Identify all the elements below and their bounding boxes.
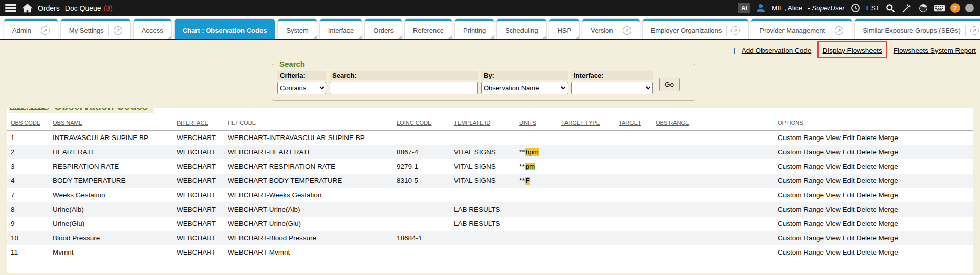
custom-range-link[interactable]: Custom Range xyxy=(778,134,824,142)
criteria-select[interactable]: Contains xyxy=(277,82,326,94)
keyboard-icon[interactable] xyxy=(934,3,945,14)
tab-hsp[interactable]: HSP xyxy=(549,19,579,39)
tab-orders[interactable]: Orders xyxy=(365,19,402,39)
edit-link[interactable]: Edit xyxy=(843,163,855,170)
hide-count-link[interactable]: Hide ( 8081 ) xyxy=(10,108,49,110)
user-icon[interactable] xyxy=(755,3,767,14)
by-select[interactable]: Observation Name xyxy=(481,82,568,94)
edit-link[interactable]: Edit xyxy=(843,191,855,199)
column-label[interactable]: OBS CODE xyxy=(11,120,40,126)
merge-link[interactable]: Merge xyxy=(878,134,898,142)
custom-range-link[interactable]: Custom Range xyxy=(778,205,824,213)
merge-link[interactable]: Merge xyxy=(878,234,898,242)
custom-range-link[interactable]: Custom Range xyxy=(778,148,824,156)
edit-link[interactable]: Edit xyxy=(843,177,855,185)
custom-range-link[interactable]: Custom Range xyxy=(778,177,824,185)
view-link[interactable]: View xyxy=(826,148,841,156)
view-link[interactable]: View xyxy=(826,191,841,199)
external-link-icon[interactable]: ↗ xyxy=(41,26,50,35)
tab-label: Orders xyxy=(373,27,394,34)
edit-link[interactable]: Edit xyxy=(843,134,855,142)
flowsheets-system-report-link[interactable]: Flowsheets System Report xyxy=(894,47,976,54)
tab-similar-exposure-groups-segs[interactable]: Similar Exposure Groups (SEGs) ↗ xyxy=(855,19,980,39)
column-label[interactable]: TEMPLATE ID xyxy=(454,120,490,126)
tab-reference[interactable]: Reference xyxy=(405,19,452,39)
column-label[interactable]: OBS RANGE xyxy=(656,120,689,126)
edit-link[interactable]: Edit xyxy=(843,234,855,242)
user-name[interactable]: MIE, Alice xyxy=(772,4,802,12)
delete-link[interactable]: Delete xyxy=(857,234,877,242)
merge-link[interactable]: Merge xyxy=(878,163,898,170)
globe-icon[interactable] xyxy=(918,3,929,14)
merge-link[interactable]: Merge xyxy=(878,177,898,185)
tab-printing[interactable]: Printing xyxy=(455,19,494,39)
search-icon[interactable] xyxy=(885,3,896,14)
delete-link[interactable]: Delete xyxy=(857,205,877,213)
delete-link[interactable]: Delete xyxy=(857,163,877,170)
tab-employer-organizations[interactable]: Employer Organizations ↗ xyxy=(643,19,749,39)
custom-range-link[interactable]: Custom Range xyxy=(778,191,824,199)
external-link-icon[interactable]: ↗ xyxy=(835,26,843,35)
wand-icon[interactable] xyxy=(901,3,912,14)
topbar-link-orders[interactable]: Orders xyxy=(38,4,60,12)
custom-range-link[interactable]: Custom Range xyxy=(778,163,824,170)
delete-link[interactable]: Delete xyxy=(857,191,877,199)
interface-select[interactable] xyxy=(571,82,653,94)
external-link-icon[interactable]: ↗ xyxy=(970,26,979,35)
home-icon[interactable] xyxy=(21,3,33,14)
custom-range-link[interactable]: Custom Range xyxy=(778,248,824,256)
column-label[interactable]: OBS NAME xyxy=(53,120,82,126)
search-input[interactable] xyxy=(330,82,478,94)
view-link[interactable]: View xyxy=(826,134,841,142)
edit-link[interactable]: Edit xyxy=(843,148,855,156)
add-observation-code-link[interactable]: Add Observation Code xyxy=(742,47,812,54)
tab-scheduling[interactable]: Scheduling xyxy=(497,19,546,39)
delete-link[interactable]: Delete xyxy=(857,134,877,142)
column-label[interactable]: TARGET xyxy=(619,120,641,126)
tab-chart-observation-codes[interactable]: Chart : Observation Codes xyxy=(175,19,275,39)
view-link[interactable]: View xyxy=(826,248,841,256)
view-link[interactable]: View xyxy=(826,234,841,242)
external-link-icon[interactable]: ↗ xyxy=(623,26,631,35)
target-cell xyxy=(617,159,654,174)
delete-link[interactable]: Delete xyxy=(857,177,877,185)
column-label[interactable]: LOINC CODE xyxy=(397,120,431,126)
tab-my-settings[interactable]: My Settings ↗ xyxy=(61,19,130,39)
external-link-icon[interactable]: ↗ xyxy=(114,26,122,35)
delete-link[interactable]: Delete xyxy=(857,148,877,156)
merge-link[interactable]: Merge xyxy=(878,220,898,227)
external-link-icon[interactable]: ↗ xyxy=(731,26,740,35)
column-label[interactable]: TARGET TYPE xyxy=(561,120,600,126)
tab-admin[interactable]: Admin ↗ xyxy=(4,19,58,39)
merge-link[interactable]: Merge xyxy=(878,191,898,199)
delete-link[interactable]: Delete xyxy=(857,220,877,227)
clock-icon[interactable] xyxy=(850,3,861,14)
merge-link[interactable]: Merge xyxy=(878,205,898,213)
tab-interface[interactable]: Interface xyxy=(320,19,362,39)
view-link[interactable]: View xyxy=(826,163,841,170)
view-link[interactable]: View xyxy=(826,205,841,213)
topbar-link-doc-queue[interactable]: Doc Queue(3) xyxy=(65,4,113,12)
display-flowsheets-link[interactable]: Display Flowsheets xyxy=(822,47,882,54)
edit-link[interactable]: Edit xyxy=(843,248,855,256)
column-label[interactable]: INTERFACE xyxy=(177,120,208,126)
custom-range-link[interactable]: Custom Range xyxy=(778,234,824,242)
obs-range-cell xyxy=(654,174,702,188)
merge-link[interactable]: Merge xyxy=(878,248,898,256)
tab-version[interactable]: Version ↗ xyxy=(582,19,639,39)
edit-link[interactable]: Edit xyxy=(843,220,855,227)
tab-provider-management[interactable]: Provider Management ↗ xyxy=(751,19,852,39)
hamburger-menu-icon[interactable] xyxy=(5,4,16,12)
ai-badge[interactable]: AI xyxy=(738,3,750,13)
delete-link[interactable]: Delete xyxy=(857,248,877,256)
view-link[interactable]: View xyxy=(826,177,841,185)
merge-link[interactable]: Merge xyxy=(878,148,898,156)
tab-access[interactable]: Access xyxy=(134,19,171,39)
view-link[interactable]: View xyxy=(826,220,841,227)
edit-link[interactable]: Edit xyxy=(843,205,855,213)
custom-range-link[interactable]: Custom Range xyxy=(778,220,824,227)
help-icon[interactable]: ? xyxy=(950,3,960,13)
tab-system[interactable]: System xyxy=(278,19,316,39)
go-button[interactable]: Go xyxy=(659,78,680,91)
column-label[interactable]: UNITS xyxy=(519,120,536,126)
